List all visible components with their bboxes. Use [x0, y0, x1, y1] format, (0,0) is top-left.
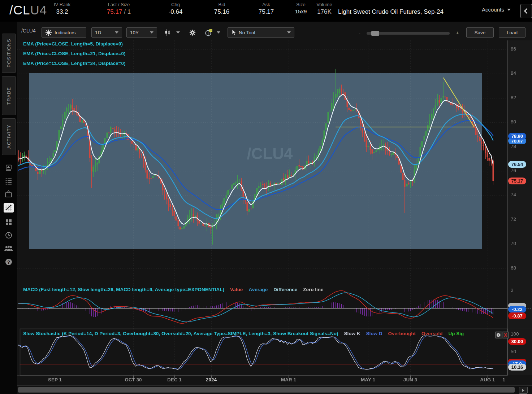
close-icon: X: [504, 333, 507, 337]
grid-icon: [5, 218, 13, 226]
macd-average-label: Average: [248, 287, 268, 292]
cursor-icon: [231, 29, 236, 36]
gear-icon: [189, 29, 196, 36]
macd-zeroline-label: Zero line: [303, 287, 323, 292]
chart-toolbar: /CLU4 Indicators 1D 10Y: [17, 22, 532, 40]
chevron-down-icon: [150, 31, 153, 34]
volume-value: 176K: [316, 8, 332, 16]
x-axis-date-label: SEP 1: [48, 377, 62, 382]
ask-value: 75.17: [259, 8, 274, 16]
crosshair-note-icon: [204, 29, 213, 36]
stoch-slowk-label: Slow K: [344, 331, 360, 336]
chg-label: Chg: [169, 2, 183, 7]
active-tool-label: No Tool: [239, 30, 255, 35]
x-axis-date-label: 1: [502, 377, 505, 382]
x-axis-date-label: MAY 1: [361, 377, 375, 382]
macd-legend[interactable]: MACD (Fast length=12, Slow length=26, MA…: [23, 287, 323, 292]
macd-value-label: Value: [230, 287, 243, 292]
price-tick-label: 84: [511, 70, 516, 76]
accounts-label: Accounts: [482, 6, 504, 13]
save-button[interactable]: Save: [466, 27, 494, 38]
stoch-legend[interactable]: Slow Stochastic (K Period=14, D Period=3…: [23, 331, 464, 336]
macd-axis-bubble: -0.22: [508, 306, 526, 313]
trading-platform-window: /CLU4 IV Rank 33.2 Last / Size 75.17 / 1…: [0, 0, 532, 394]
chevron-down-icon: [507, 9, 511, 11]
collapse-panel-button[interactable]: [520, 4, 532, 18]
indicators-label: Indicators: [55, 30, 76, 35]
arrow-right-icon: [522, 389, 524, 392]
stoch-axis-bubble: 80.00: [508, 338, 526, 345]
chart-settings-button[interactable]: [186, 27, 199, 38]
ema21-legend[interactable]: EMA (Price=CLOSE, Length=21, Displace=0): [23, 51, 125, 56]
last-size-label: Last / Size: [107, 2, 131, 7]
size-label: Size: [295, 2, 307, 7]
price-axis-bubble: 78.90: [508, 133, 526, 140]
last-size-field: Last / Size 75.17 / 1: [107, 2, 131, 16]
ask-label: Ask: [259, 2, 274, 7]
timeframe-dropdown[interactable]: 1D: [91, 27, 122, 38]
chg-value: -0.64: [169, 8, 183, 16]
scrollbar-right-arrow[interactable]: [519, 387, 528, 394]
stoch-tick-label: 50: [511, 349, 516, 354]
x-axis-date-label: DEC 1: [167, 377, 182, 382]
history-clock-icon: [4, 231, 13, 240]
sidebar-list-icon[interactable]: [0, 175, 17, 187]
drawing-set-dropdown[interactable]: [201, 27, 224, 38]
load-label: Load: [507, 30, 518, 35]
people-icon: [4, 244, 13, 252]
ema34-legend[interactable]: EMA (Price=CLOSE, Length=34, Displace=0): [23, 61, 125, 66]
chevron-down-icon: [287, 31, 291, 34]
timeframe-value: 1D: [95, 30, 101, 35]
iv-rank-value: 33.2: [54, 8, 70, 16]
left-sidebar: POSITIONS TRADE ACTIVITY: [0, 22, 17, 394]
ema5-legend[interactable]: EMA (Price=CLOSE, Length=5, Displace=0): [23, 41, 123, 47]
stoch-tick-label: 100: [511, 331, 519, 337]
sidebar-help-icon[interactable]: ?: [0, 256, 17, 268]
stoch-axis-bubble: 10.16: [508, 364, 526, 371]
sidebar-ledger-icon[interactable]: [0, 162, 17, 173]
sidebar-tab-activity[interactable]: ACTIVITY: [2, 118, 16, 155]
quote-header: /CLU4 IV Rank 33.2 Last / Size 75.17 / 1…: [0, 0, 532, 22]
range-value: 10Y: [130, 30, 139, 35]
load-button[interactable]: Load: [499, 27, 525, 38]
indicators-button[interactable]: Indicators: [42, 27, 86, 38]
stoch-slowd-label: Slow D: [366, 331, 382, 336]
zoom-slider[interactable]: [367, 32, 450, 35]
sidebar-charts-icon-active[interactable]: [0, 202, 17, 214]
zoom-out-label[interactable]: -: [359, 30, 360, 36]
range-dropdown[interactable]: 10Y: [126, 27, 157, 38]
sidebar-tab-trade[interactable]: TRADE: [2, 76, 16, 115]
stoch-close-button[interactable]: X: [502, 332, 509, 338]
zoom-in-label[interactable]: +: [456, 30, 459, 36]
macd-tick-label: 2: [511, 288, 514, 293]
x-axis-date-label: JUN 3: [403, 377, 417, 382]
iv-rank-field: IV Rank 33.2: [54, 2, 70, 16]
sidebar-grid-icon[interactable]: [0, 216, 17, 228]
sidebar-tv-icon[interactable]: [0, 188, 17, 200]
zoom-slider-thumb[interactable]: [371, 31, 379, 36]
bid-field: Bid 75.16: [214, 2, 230, 16]
chg-field: Chg -0.64: [169, 2, 183, 16]
chart-h-scrollbar[interactable]: [17, 385, 532, 394]
accounts-menu[interactable]: Accounts: [482, 6, 511, 13]
sidebar-people-icon[interactable]: [0, 242, 17, 254]
x-axis-date-label: OCT 30: [125, 377, 142, 382]
price-tick-label: 86: [511, 46, 516, 52]
sidebar-history-icon[interactable]: [0, 229, 17, 241]
scrollbar-thumb[interactable]: [18, 387, 515, 393]
instrument-description: Light Sweet Crude Oil Futures, Sep-24: [338, 8, 444, 16]
active-tool-dropdown[interactable]: No Tool: [228, 27, 294, 38]
price-tick-label: 74: [511, 192, 516, 197]
chart-type-dropdown[interactable]: [161, 27, 183, 38]
x-axis-date-label: AUG 1: [480, 377, 495, 382]
price-tick-label: 68: [511, 265, 516, 271]
candlestick-icon: [164, 29, 171, 36]
stoch-settings-button[interactable]: [495, 332, 502, 338]
x-axis-date-label: 2024: [206, 377, 217, 382]
symbol-title: /CLU4: [9, 3, 47, 17]
ask-field: Ask 75.17: [259, 2, 274, 16]
sidebar-tab-positions[interactable]: POSITIONS: [2, 34, 16, 73]
volume-field: Volume 176K: [316, 2, 332, 16]
tv-icon: [4, 190, 13, 198]
chevron-down-icon: [115, 31, 118, 34]
